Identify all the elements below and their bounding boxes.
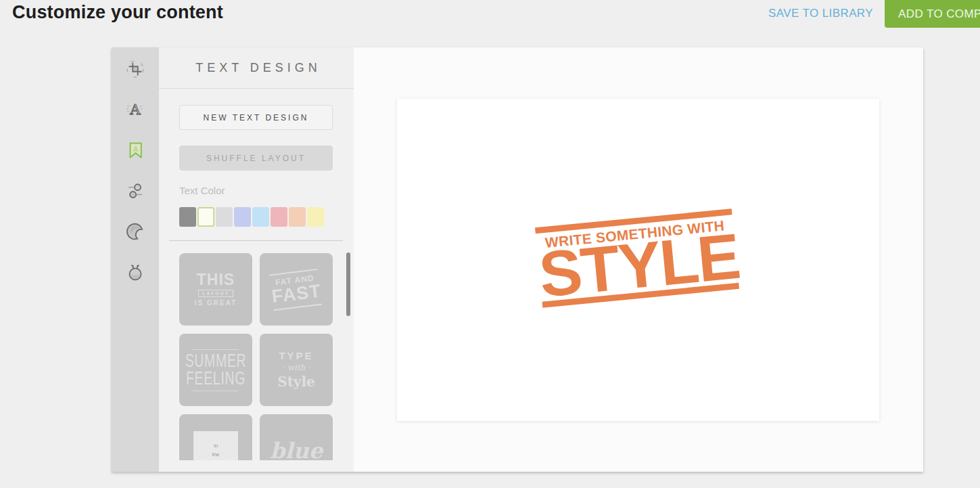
color-swatch[interactable] [307,207,324,227]
page-title: Customize your content [12,2,223,23]
color-swatch[interactable] [216,207,233,227]
text-color-swatches [179,207,324,227]
text-design-thumbnail[interactable]: FAT AND FAST [260,253,333,326]
color-swatch[interactable] [271,207,287,227]
text-design-thumbnail[interactable]: in the [179,414,252,460]
color-swatch[interactable] [179,207,196,227]
design-canvas[interactable]: WRITE SOMETHING WITH STYLE [397,99,879,421]
text-design-thumbnail[interactable]: blue [260,414,333,460]
text-design-thumbnail-grid: THIS LAYOUT IS GREAT FAT AND FAST SUMMER… [179,253,335,460]
text-design-bookmark-icon: A [125,140,145,160]
shuffle-layout-button[interactable]: SHUFFLE LAYOUT [179,146,333,171]
design-main-word: STYLE [537,232,738,298]
save-to-library-link[interactable]: SAVE TO LIBRARY [768,7,873,20]
color-swatch[interactable] [234,207,251,227]
panel-scrollbar-thumb[interactable] [346,252,350,316]
text-design-panel: TEXT DESIGN NEW TEXT DESIGN SHUFFLE LAYO… [159,47,354,472]
color-swatch[interactable] [252,207,269,227]
text-design-thumbnail[interactable]: THIS LAYOUT IS GREAT [179,253,252,326]
new-text-design-button[interactable]: NEW TEXT DESIGN [179,105,333,130]
toolbar-text-design-button[interactable]: A [112,130,159,171]
color-swatch[interactable] [289,207,306,227]
text-color-label: Text Color [179,185,225,196]
svg-text:A: A [129,101,141,118]
text-icon: A [125,99,145,120]
toolbar-themes-button[interactable] [112,252,159,292]
themes-flask-icon [125,262,145,282]
editor-workspace: WRITE SOMETHING WITH STYLE [354,47,923,472]
editor-container: A A [112,47,923,472]
overlays-blob-icon [125,221,145,242]
adjustments-icon [125,181,145,201]
panel-header: TEXT DESIGN [159,47,354,89]
svg-text:A: A [133,146,138,153]
panel-divider [169,240,343,241]
text-design-object[interactable]: WRITE SOMETHING WITH STYLE [535,208,739,307]
toolbar-text-button[interactable]: A [112,89,159,130]
panel-title: TEXT DESIGN [191,61,321,75]
add-to-comp-button[interactable]: ADD TO COMP [885,0,980,28]
toolbar-crop-button[interactable] [112,49,159,89]
toolbar-adjustments-button[interactable] [112,171,159,211]
toolbar-overlays-button[interactable] [112,211,159,252]
color-swatch[interactable] [197,207,214,227]
tool-rail: A A [112,47,159,472]
crop-icon [125,59,145,79]
text-design-thumbnail[interactable]: TYPE · with · Style [260,334,333,406]
text-design-thumbnail[interactable]: SUMMER FEELING [179,334,252,406]
